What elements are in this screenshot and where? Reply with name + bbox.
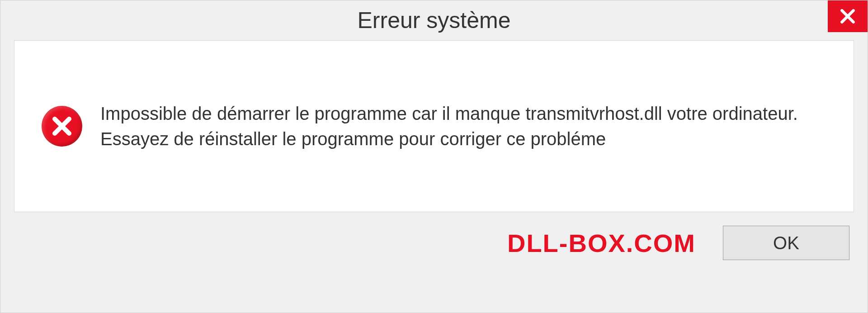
brand-watermark: DLL-BOX.COM <box>507 228 696 258</box>
ok-button[interactable]: OK <box>723 226 849 260</box>
content-panel: Impossible de démarrer le programme car … <box>14 40 854 212</box>
error-icon <box>42 106 82 147</box>
close-button[interactable] <box>828 0 868 32</box>
titlebar: Erreur système <box>0 0 868 40</box>
ok-button-label: OK <box>773 233 799 253</box>
error-message: Impossible de démarrer le programme car … <box>100 101 826 152</box>
dialog-title: Erreur système <box>358 7 511 33</box>
dialog-footer: DLL-BOX.COM OK <box>0 212 868 260</box>
error-dialog: Erreur système Impossible de démarrer le… <box>0 0 868 313</box>
close-icon <box>839 8 856 25</box>
